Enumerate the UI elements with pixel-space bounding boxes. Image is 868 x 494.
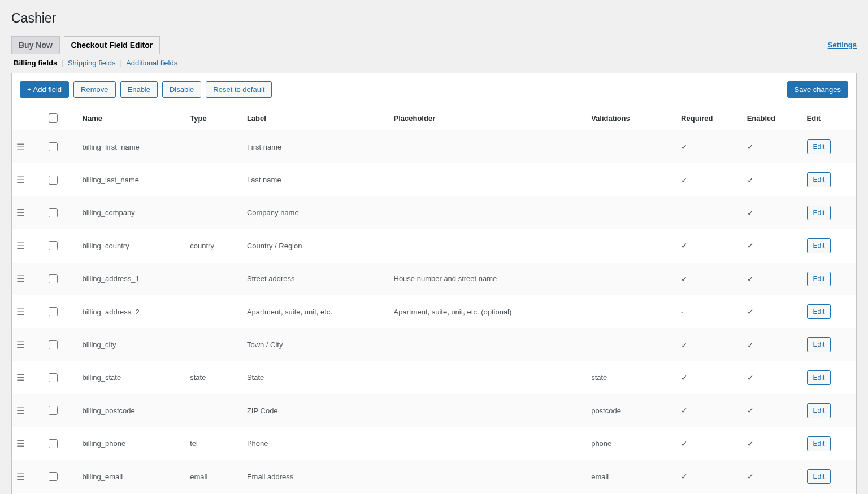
col-edit: Edit bbox=[802, 106, 856, 130]
row-checkbox[interactable] bbox=[49, 142, 58, 151]
enable-button[interactable]: Enable bbox=[120, 81, 158, 98]
cell-name: billing_first_name bbox=[78, 130, 186, 164]
tab-checkout-field-editor[interactable]: Checkout Field Editor bbox=[64, 36, 160, 54]
subtab-additional[interactable]: Additional fields bbox=[124, 59, 180, 67]
cell-label: First name bbox=[242, 130, 389, 164]
tab-buy-now[interactable]: Buy Now bbox=[11, 36, 60, 54]
cell-placeholder bbox=[389, 460, 587, 493]
row-checkbox[interactable] bbox=[49, 241, 58, 250]
edit-button[interactable]: Edit bbox=[807, 139, 831, 154]
row-checkbox[interactable] bbox=[49, 472, 58, 481]
cell-type bbox=[185, 163, 242, 196]
cell-enabled: ✓ bbox=[743, 263, 802, 295]
check-icon: ✓ bbox=[681, 241, 688, 250]
save-changes-button[interactable]: Save changes bbox=[787, 81, 848, 98]
edit-button[interactable]: Edit bbox=[807, 469, 831, 484]
check-icon: ✓ bbox=[681, 406, 688, 415]
check-icon: ✓ bbox=[747, 176, 754, 185]
edit-button[interactable]: Edit bbox=[807, 304, 831, 319]
table-row: ☰billing_phonetelPhonephone✓✓Edit bbox=[12, 427, 856, 460]
cell-placeholder bbox=[389, 130, 587, 164]
cell-enabled: ✓ bbox=[743, 328, 802, 361]
check-icon: ✓ bbox=[747, 340, 754, 349]
subtab-shipping[interactable]: Shipping fields bbox=[66, 59, 118, 67]
cell-required: ✓ bbox=[676, 460, 743, 493]
edit-button[interactable]: Edit bbox=[807, 370, 831, 385]
drag-handle-icon[interactable]: ☰ bbox=[16, 241, 24, 251]
row-checkbox[interactable] bbox=[49, 307, 58, 316]
select-all-top[interactable] bbox=[49, 113, 58, 123]
cell-placeholder bbox=[389, 361, 587, 394]
drag-handle-icon[interactable]: ☰ bbox=[16, 174, 24, 185]
row-checkbox[interactable] bbox=[49, 439, 58, 448]
cell-placeholder bbox=[389, 427, 587, 460]
cell-placeholder: Apartment, suite, unit, etc. (optional) bbox=[389, 295, 587, 328]
cell-label: Street address bbox=[242, 263, 389, 295]
drag-handle-icon[interactable]: ☰ bbox=[16, 339, 24, 350]
row-checkbox[interactable] bbox=[49, 176, 58, 185]
cell-enabled: ✓ bbox=[743, 130, 802, 164]
remove-button[interactable]: Remove bbox=[73, 81, 115, 98]
row-checkbox[interactable] bbox=[49, 406, 58, 415]
cell-placeholder bbox=[389, 196, 587, 229]
cell-type bbox=[185, 196, 242, 229]
edit-button[interactable]: Edit bbox=[807, 337, 831, 352]
edit-button[interactable]: Edit bbox=[807, 172, 831, 187]
fields-table: Name Type Label Placeholder Validations … bbox=[12, 106, 856, 494]
check-icon: ✓ bbox=[747, 142, 754, 151]
cell-label: State bbox=[242, 361, 389, 394]
check-icon: ✓ bbox=[681, 274, 688, 283]
cell-enabled: ✓ bbox=[743, 196, 802, 229]
drag-handle-icon[interactable]: ☰ bbox=[16, 207, 24, 218]
cell-required: ✓ bbox=[676, 130, 743, 164]
cell-validations bbox=[587, 263, 676, 295]
check-icon: ✓ bbox=[747, 439, 754, 448]
cell-enabled: ✓ bbox=[743, 460, 802, 493]
row-checkbox[interactable] bbox=[49, 340, 58, 349]
row-checkbox[interactable] bbox=[49, 274, 58, 283]
check-icon: ✓ bbox=[747, 373, 754, 382]
disable-button[interactable]: Disable bbox=[162, 81, 201, 98]
drag-handle-icon[interactable]: ☰ bbox=[16, 471, 24, 482]
table-row: ☰billing_address_2Apartment, suite, unit… bbox=[12, 295, 856, 328]
drag-handle-icon[interactable]: ☰ bbox=[16, 273, 24, 284]
settings-link[interactable]: Settings bbox=[828, 41, 857, 49]
row-checkbox[interactable] bbox=[49, 373, 58, 382]
row-checkbox[interactable] bbox=[49, 208, 58, 217]
check-icon: ✓ bbox=[747, 406, 754, 415]
edit-button[interactable]: Edit bbox=[807, 238, 831, 253]
drag-handle-icon[interactable]: ☰ bbox=[16, 142, 24, 152]
cell-required: ✓ bbox=[676, 361, 743, 394]
cell-required: ✓ bbox=[676, 229, 743, 262]
cell-validations: postcode bbox=[587, 394, 676, 427]
cell-type: email bbox=[185, 460, 242, 493]
subtab-billing[interactable]: Billing fields bbox=[11, 59, 59, 67]
edit-button[interactable]: Edit bbox=[807, 272, 831, 286]
edit-button[interactable]: Edit bbox=[807, 436, 831, 451]
edit-button[interactable]: Edit bbox=[807, 206, 831, 220]
cell-name: billing_address_1 bbox=[78, 263, 186, 295]
cell-validations bbox=[587, 328, 676, 361]
cell-type bbox=[185, 263, 242, 295]
cell-required: ✓ bbox=[676, 328, 743, 361]
col-name: Name bbox=[78, 106, 186, 130]
cell-name: billing_country bbox=[78, 229, 186, 262]
cell-placeholder bbox=[389, 229, 587, 262]
add-field-button[interactable]: + Add field bbox=[20, 81, 69, 98]
check-icon: ✓ bbox=[747, 274, 754, 283]
drag-handle-icon[interactable]: ☰ bbox=[16, 438, 24, 449]
drag-handle-icon[interactable]: ☰ bbox=[16, 307, 24, 317]
cell-required: ✓ bbox=[676, 427, 743, 460]
table-row: ☰billing_last_nameLast name✓✓Edit bbox=[12, 163, 856, 196]
cell-name: billing_postcode bbox=[78, 394, 186, 427]
drag-handle-icon[interactable]: ☰ bbox=[16, 372, 24, 383]
reset-button[interactable]: Reset to default bbox=[206, 81, 272, 98]
drag-handle-icon[interactable]: ☰ bbox=[16, 405, 24, 416]
edit-button[interactable]: Edit bbox=[807, 403, 831, 418]
check-icon: ✓ bbox=[681, 439, 688, 448]
cell-validations: email bbox=[587, 460, 676, 493]
cell-type: state bbox=[185, 361, 242, 394]
cell-label: Company name bbox=[242, 196, 389, 229]
cell-name: billing_company bbox=[78, 196, 186, 229]
col-label: Label bbox=[242, 106, 389, 130]
